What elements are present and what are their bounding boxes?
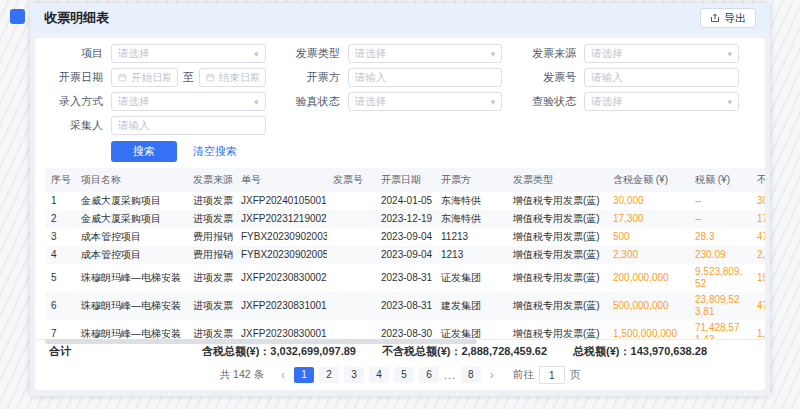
table-cell: JXFP20230830002 (235, 264, 327, 292)
clear-search-button[interactable]: 清空搜索 (193, 144, 237, 159)
collector-input[interactable]: 请输入 (111, 116, 266, 135)
table-cell: 证发集团 (435, 320, 507, 339)
table-cell: 9,523,809.52 (689, 264, 751, 292)
summary-total: 不含税总额(¥)：2,888,728,459.62 (382, 344, 547, 359)
page-content: 项目请选择▾发票类型请选择▾发票来源请选择▾开票日期开始日期至结束日期开票方请输… (30, 33, 770, 396)
horizontal-scrollbar[interactable] (45, 339, 741, 344)
filter-form: 项目请选择▾发票类型请选择▾发票来源请选择▾开票日期开始日期至结束日期开票方请输… (35, 44, 765, 140)
table-cell: 进项发票 (187, 210, 235, 228)
scrollbar-thumb[interactable] (45, 339, 477, 344)
table-cell (327, 210, 375, 228)
table-cell: 进项发票 (187, 192, 235, 210)
filter-field-collector: 采集人请输入 (45, 116, 282, 135)
filter-label: 发票类型 (282, 46, 340, 61)
table-cell: 30,000 (751, 192, 765, 210)
issuer-input[interactable]: 请输入 (348, 68, 503, 87)
table-cell: 增值税专用发票(蓝) (507, 264, 607, 292)
invoice-number-input[interactable]: 请输入 (584, 68, 739, 87)
table-cell: 11213 (435, 228, 507, 246)
check-status-select[interactable]: 请选择▾ (584, 92, 739, 111)
table-cell: 7 (45, 320, 75, 339)
table-cell: 200,000,000 (607, 264, 689, 292)
table-cell (327, 264, 375, 292)
table-cell: 3 (45, 228, 75, 246)
table-cell: 增值税专用发票(蓝) (507, 292, 607, 320)
export-button-label: 导出 (724, 11, 746, 26)
invoice-type-select[interactable]: 请选择▾ (348, 44, 503, 63)
filter-label: 录入方式 (45, 94, 103, 109)
column-header: 税额 (¥) (689, 168, 751, 192)
table-cell: 增值税专用发票(蓝) (507, 192, 607, 210)
filter-label: 验真状态 (282, 94, 340, 109)
table-cell: FYBX20230902005 (235, 246, 327, 264)
start-date-input[interactable]: 开始日期 (111, 68, 178, 87)
filter-label: 开票方 (282, 70, 340, 85)
chevron-down-icon: ▾ (254, 97, 259, 107)
app-window: 收票明细表 导出 项目请选择▾发票类型请选择▾发票来源请选择▾开票日期开始日期至… (30, 3, 770, 396)
pagination: 共 142 条‹123456...8›前往页 (35, 363, 765, 390)
table-cell: JXFP20230831001 (235, 292, 327, 320)
table-cell (327, 228, 375, 246)
table-cell: 2,300 (607, 246, 689, 264)
table-cell: 进项发票 (187, 264, 235, 292)
page-button-1[interactable]: 1 (294, 367, 314, 383)
summary-totals: 含税总额(¥)：3,032,699,097.89不含税总额(¥)：2,888,7… (202, 344, 751, 359)
column-header: 项目名称 (75, 168, 187, 192)
calendar-icon (206, 73, 215, 82)
table-cell: 进项发票 (187, 292, 235, 320)
invoice-table-container: 序号项目名称发票来源单号发票号开票日期开票方发票类型含税金额 (¥)税额 (¥)… (45, 168, 765, 339)
table-row: 4成本管控项目费用报销FYBX202309020052023-09-041213… (45, 246, 765, 264)
table-cell: 23,809,523.81 (689, 292, 751, 320)
filter-field-check-status: 查验状态请选择▾ (518, 92, 755, 111)
page-button-2[interactable]: 2 (319, 367, 339, 383)
verify-status-select[interactable]: 请选择▾ (348, 92, 503, 111)
search-button[interactable]: 搜索 (111, 141, 177, 162)
table-row: 1金威大厦采购项目进项发票JXFP202401050012024-01-05东海… (45, 192, 765, 210)
project-select[interactable]: 请选择▾ (111, 44, 266, 63)
table-cell: 费用报销 (187, 228, 235, 246)
column-header: 含税金额 (¥) (607, 168, 689, 192)
column-header: 序号 (45, 168, 75, 192)
date-range-separator: 至 (183, 70, 194, 85)
chevron-down-icon: ▾ (254, 49, 259, 59)
goto-page: 前往页 (513, 366, 581, 384)
page-button-4[interactable]: 4 (369, 367, 389, 383)
table-row: 3成本管控项目费用报销FYBX202309020032023-09-041121… (45, 228, 765, 246)
table-cell: 东海特供 (435, 210, 507, 228)
next-page-button[interactable]: › (486, 367, 498, 383)
table-cell: 1213 (435, 246, 507, 264)
end-date-input[interactable]: 结束日期 (199, 68, 266, 87)
calendar-icon (118, 73, 127, 82)
entry-method-select[interactable]: 请选择▾ (111, 92, 266, 111)
table-cell (327, 246, 375, 264)
table-cell: 190,476,190.48 (751, 264, 765, 292)
total-count-label: 共 142 条 (220, 368, 264, 382)
export-button[interactable]: 导出 (700, 8, 756, 28)
summary-total: 含税总额(¥)：3,032,699,097.89 (202, 344, 356, 359)
table-cell: 成本管控项目 (75, 228, 187, 246)
filter-field-project: 项目请选择▾ (45, 44, 282, 63)
table-cell (327, 192, 375, 210)
table-cell: 1 (45, 192, 75, 210)
desktop-background: 收票明细表 导出 项目请选择▾发票类型请选择▾发票来源请选择▾开票日期开始日期至… (0, 0, 800, 409)
invoice-source-select[interactable]: 请选择▾ (584, 44, 739, 63)
page-button-6[interactable]: 6 (419, 367, 439, 383)
filter-field-verify-status: 验真状态请选择▾ (282, 92, 519, 111)
chevron-down-icon: ▾ (727, 97, 732, 107)
table-cell (327, 320, 375, 339)
column-header: 开票方 (435, 168, 507, 192)
table-cell: 2023-08-31 (375, 264, 435, 292)
goto-label: 前往 (513, 368, 534, 382)
goto-page-input[interactable] (539, 366, 565, 384)
filter-field-invoice-source: 发票来源请选择▾ (518, 44, 755, 63)
table-cell: 6 (45, 292, 75, 320)
table-cell: 1,428,571,428.57 (751, 320, 765, 339)
table-cell: 2023-09-04 (375, 228, 435, 246)
page-button-5[interactable]: 5 (394, 367, 414, 383)
column-header: 发票号 (327, 168, 375, 192)
page-button-3[interactable]: 3 (344, 367, 364, 383)
summary-label: 合计 (49, 344, 71, 359)
export-icon (710, 13, 720, 23)
prev-page-button[interactable]: ‹ (277, 367, 289, 383)
page-button-8[interactable]: 8 (461, 367, 481, 383)
